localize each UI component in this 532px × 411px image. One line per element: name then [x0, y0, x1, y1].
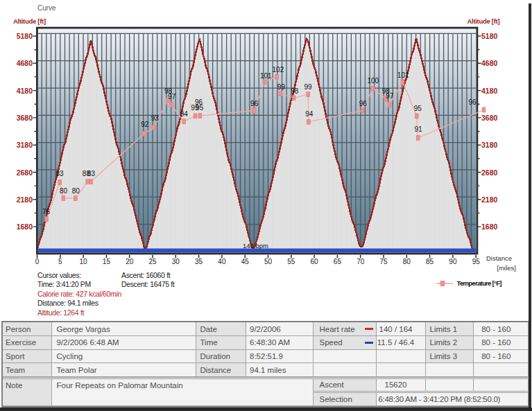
svg-text:2180: 2180: [17, 195, 33, 204]
svg-text:[miles]: [miles]: [497, 264, 516, 272]
svg-text:45: 45: [241, 258, 250, 265]
svg-text:Curve: Curve: [37, 4, 56, 12]
svg-text:Time: 3:41:20 PM: Time: 3:41:20 PM: [37, 280, 91, 288]
svg-text:75: 75: [379, 258, 388, 265]
svg-text:80: 80: [403, 258, 411, 265]
svg-text:3680: 3680: [481, 114, 498, 122]
svg-text:65: 65: [334, 258, 342, 265]
svg-text:91: 91: [414, 125, 422, 133]
svg-text:85: 85: [426, 258, 434, 265]
svg-text:4680: 4680: [481, 59, 498, 67]
svg-text:25: 25: [148, 258, 157, 265]
svg-text:97: 97: [386, 92, 394, 100]
svg-text:2180: 2180: [481, 195, 498, 204]
svg-text:5: 5: [58, 258, 62, 265]
svg-text:80: 80: [72, 187, 80, 195]
svg-text:Altitude [ft]: Altitude [ft]: [13, 17, 46, 25]
svg-text:1680: 1680: [17, 222, 33, 231]
svg-text:4180: 4180: [17, 87, 33, 95]
svg-text:Ascent: 16060 ft: Ascent: 16060 ft: [121, 271, 171, 279]
svg-text:101: 101: [260, 72, 272, 80]
svg-text:100: 100: [367, 77, 379, 85]
svg-text:Altitude: 1264 ft: Altitude: 1264 ft: [37, 308, 84, 317]
svg-text:4180: 4180: [481, 87, 498, 95]
svg-text:83: 83: [55, 170, 64, 177]
svg-text:99: 99: [304, 83, 312, 91]
svg-text:102: 102: [273, 66, 284, 73]
svg-text:60: 60: [311, 258, 319, 265]
svg-text:94: 94: [180, 110, 189, 118]
svg-text:140 bpm: 140 bpm: [243, 242, 268, 250]
svg-text:5180: 5180: [481, 32, 498, 40]
svg-text:80: 80: [60, 187, 68, 195]
svg-text:Descent: 16475 ft: Descent: 16475 ft: [121, 280, 175, 288]
svg-text:3180: 3180: [481, 141, 498, 149]
svg-text:2680: 2680: [481, 168, 498, 177]
svg-text:35: 35: [195, 258, 203, 265]
svg-text:Calorie rate: 427 kcal/60min: Calorie rate: 427 kcal/60min: [37, 290, 121, 298]
svg-text:0: 0: [35, 258, 40, 265]
svg-text:96: 96: [359, 100, 368, 107]
svg-text:50: 50: [264, 258, 273, 265]
svg-text:40: 40: [218, 258, 226, 265]
svg-text:2680: 2680: [17, 168, 33, 177]
svg-text:96: 96: [195, 98, 203, 106]
svg-text:5180: 5180: [17, 32, 33, 40]
svg-text:Distance: Distance: [486, 254, 512, 262]
svg-text:3680: 3680: [17, 114, 33, 122]
svg-text:76: 76: [42, 208, 51, 216]
svg-text:3180: 3180: [17, 141, 33, 149]
svg-text:98: 98: [291, 87, 299, 95]
svg-text:55: 55: [287, 258, 295, 265]
svg-text:Distance: 94.1 miles: Distance: 94.1 miles: [37, 299, 98, 307]
svg-text:101: 101: [397, 71, 409, 79]
svg-text:1680: 1680: [481, 222, 498, 231]
svg-text:96: 96: [468, 98, 477, 106]
svg-text:90: 90: [449, 258, 457, 265]
svg-text:30: 30: [172, 258, 180, 265]
svg-text:Cursor values:: Cursor values:: [37, 271, 81, 279]
svg-text:83: 83: [87, 170, 96, 177]
svg-text:96: 96: [250, 100, 259, 107]
svg-text:15: 15: [103, 258, 111, 265]
svg-text:Temperature [°F]: Temperature [°F]: [457, 279, 502, 287]
svg-text:4680: 4680: [17, 59, 33, 67]
svg-text:95: 95: [414, 105, 422, 112]
svg-text:20: 20: [126, 258, 134, 265]
svg-text:99: 99: [277, 83, 286, 91]
svg-text:Altitude [ft]: Altitude [ft]: [467, 17, 500, 25]
svg-text:95: 95: [472, 258, 481, 265]
svg-text:10: 10: [80, 258, 88, 265]
svg-text:97: 97: [168, 93, 176, 100]
svg-text:92: 92: [141, 121, 149, 128]
svg-text:93: 93: [151, 114, 160, 122]
svg-text:94: 94: [305, 110, 314, 118]
svg-text:70: 70: [357, 258, 365, 265]
